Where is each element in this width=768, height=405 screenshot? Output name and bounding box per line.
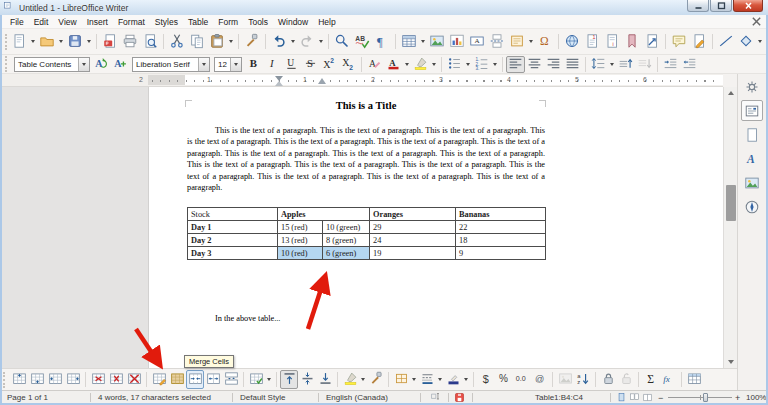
insert-image-button[interactable] [427,31,447,52]
close-document-icon[interactable] [751,16,762,27]
border-style-button[interactable] [418,370,436,389]
font-name-combobox[interactable]: Liberation Serif [132,57,210,72]
print-preview-button[interactable] [140,31,160,52]
paragraph-style-dropdown-icon[interactable] [78,58,89,71]
decimal-button[interactable]: 0.0 [513,370,531,389]
table-cell-selected[interactable]: 10 (red) [278,247,323,260]
autoformat-button[interactable] [150,370,168,389]
numbering-button[interactable]: 1.2.3. [472,56,491,73]
menu-item-insert[interactable]: Insert [82,15,113,28]
page-deck-icon[interactable] [741,124,763,145]
underline-button[interactable]: U [282,56,301,73]
save-button[interactable] [65,31,85,52]
table-header-cell[interactable]: Apples [278,208,370,221]
cross-reference-button[interactable] [642,31,662,52]
table-cell[interactable]: 13 (red) [278,234,323,247]
menu-item-file[interactable]: File [5,15,29,28]
split-table-button[interactable] [222,370,240,389]
table-cell[interactable]: 29 [370,221,456,234]
highlight-dropdown-icon[interactable] [359,371,367,388]
line-spacing-dropdown-icon[interactable] [608,56,616,73]
align-top-button[interactable] [280,370,298,389]
print-button[interactable] [120,31,140,52]
open-dropdown-icon[interactable] [57,33,65,50]
table-header-cell[interactable]: Bananas [456,208,546,221]
clear-formatting-button[interactable]: A [365,56,384,73]
menu-item-help[interactable]: Help [313,15,340,28]
border-color-button[interactable] [444,370,462,389]
insert-field-button[interactable] [507,31,527,52]
insert-col-before-button[interactable] [46,370,64,389]
undo-button[interactable] [269,31,289,52]
find-replace-button[interactable] [332,31,352,52]
save-dropdown-icon[interactable] [85,33,93,50]
scrollbar-thumb[interactable] [726,185,736,221]
currency-button[interactable]: $ [477,370,495,389]
table-cell-selected[interactable]: 6 (green) [323,247,370,260]
gallery-deck-icon[interactable] [741,172,763,193]
hanging-indent-marker[interactable] [275,81,283,86]
new-style-button[interactable]: A [111,56,130,73]
insert-field-dropdown-icon[interactable] [527,33,535,50]
table-cell[interactable]: 22 [456,221,546,234]
cut-button[interactable] [167,31,187,52]
menu-item-edit[interactable]: Edit [29,15,54,28]
track-changes-button[interactable] [689,31,709,52]
insert-row-above-button[interactable] [10,370,28,389]
table-header-cell[interactable]: Oranges [370,208,456,221]
comment-button[interactable] [669,31,689,52]
clone-formatting-button[interactable] [242,31,262,52]
table-cell[interactable]: 8 (green) [323,234,370,247]
align-bottom-button[interactable] [316,370,334,389]
table-row-label-cell[interactable]: Day 1 [188,221,278,234]
minimize-button[interactable] [687,0,709,12]
basic-shapes-dropdown-icon[interactable] [756,33,764,50]
para-space-dec-button[interactable] [635,56,654,73]
styles-deck-icon[interactable]: A [741,148,763,169]
font-size-dropdown-icon[interactable] [230,58,241,71]
special-character-button[interactable]: Ω [535,31,555,52]
paragraph-style-combobox[interactable]: Table Contents [14,57,90,72]
endnote-button[interactable]: i [602,31,622,52]
table-header-cell[interactable]: Stock [188,208,278,221]
footnote-button[interactable]: 1 [582,31,602,52]
new-dropdown-icon[interactable] [29,33,37,50]
scroll-down-icon[interactable] [724,356,738,368]
protect-cells-button[interactable] [599,370,617,389]
maximize-button[interactable] [710,0,732,12]
toolbar-grip[interactable] [5,56,10,72]
text-box-button[interactable]: A [467,31,487,52]
table-cell[interactable]: 9 [456,247,546,260]
select-table-button[interactable] [168,370,186,389]
sidebar-settings-icon[interactable] [741,76,763,97]
spelling-button[interactable]: AB [352,31,372,52]
insert-table-dropdown-icon[interactable] [419,33,427,50]
bullets-button[interactable] [445,56,464,73]
export-pdf-button[interactable] [100,31,120,52]
table-cell[interactable]: 19 [370,247,456,260]
border-color-dropdown-icon[interactable] [462,371,470,388]
menu-item-styles[interactable]: Styles [150,15,183,28]
copy-button[interactable] [187,31,207,52]
close-button[interactable] [733,0,763,12]
delete-row-button[interactable] [89,370,107,389]
redo-dropdown-icon[interactable] [317,33,325,50]
font-size-combobox[interactable]: 12 [214,57,242,72]
font-name-dropdown-icon[interactable] [198,58,209,71]
numbering-dropdown-icon[interactable] [491,56,499,73]
new-button[interactable] [9,31,29,52]
update-style-button[interactable]: A [92,56,111,73]
line-spacing-button[interactable] [589,56,608,73]
borders-dropdown-icon[interactable] [410,371,418,388]
delete-table-button[interactable] [125,370,143,389]
optimize-size-button[interactable] [247,370,265,389]
open-button[interactable] [37,31,57,52]
sort-button[interactable]: az [574,370,592,389]
percent-button[interactable]: % [495,370,513,389]
clone-formatting-button[interactable] [367,370,385,389]
font-color-button[interactable]: A [384,56,403,73]
navigator-deck-icon[interactable] [741,196,763,217]
horizontal-ruler[interactable]: 21123456 [2,74,723,87]
page-break-button[interactable] [487,31,507,52]
toolbar-grip[interactable] [3,372,8,388]
